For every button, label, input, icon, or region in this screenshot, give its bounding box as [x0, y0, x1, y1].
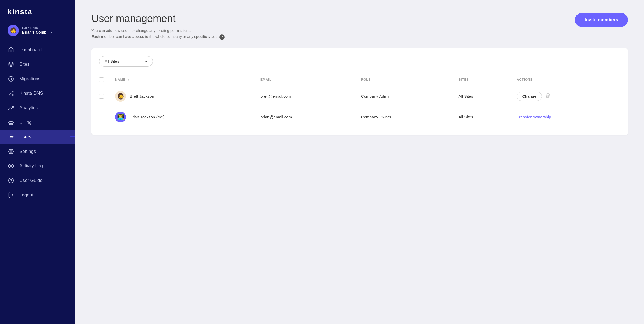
name-cell: 👨‍💻 Brian Jackson (me) [111, 107, 256, 127]
page-title: User management [91, 13, 225, 24]
sidebar: kinsta 🧑 Hello Brian Brian's Comp... ▾ D… [0, 0, 75, 324]
avatar: 🧔 [115, 91, 126, 102]
svg-point-6 [10, 135, 12, 137]
role-cell: Company Owner [357, 107, 454, 127]
migrations-icon [8, 75, 15, 82]
user-plus-icon [8, 133, 15, 140]
sidebar-item-sites[interactable]: Sites [0, 57, 75, 72]
settings-icon [8, 148, 15, 155]
actions-cell: Transfer ownership [512, 107, 620, 127]
user-greeting: Hello Brian [22, 26, 68, 30]
role-cell: Company Admin [357, 86, 454, 107]
user-profile[interactable]: 🧑 Hello Brian Brian's Comp... ▾ [0, 22, 75, 43]
eye-icon [8, 163, 15, 170]
sidebar-item-users[interactable]: Users [0, 130, 75, 144]
trending-up-icon [8, 104, 15, 111]
svg-marker-0 [9, 62, 13, 64]
email-cell: brett@email.com [256, 86, 357, 107]
log-out-icon [8, 192, 15, 199]
home-icon [8, 46, 15, 53]
chevron-down-icon: ▾ [145, 59, 147, 64]
row-checkbox-cell [99, 107, 111, 127]
all-sites-dropdown[interactable]: All Sites ▾ [99, 56, 153, 67]
table-row: 🧔 Brett Jackson brett@email.com Company … [99, 86, 620, 107]
sites-cell: All Sites [454, 86, 512, 107]
page-header: User management You can add new users or… [91, 13, 628, 40]
col-header-checkbox [99, 73, 111, 86]
row-checkbox-cell [99, 86, 111, 107]
sidebar-item-label: Users [19, 134, 31, 140]
sidebar-item-migrations[interactable]: Migrations [0, 72, 75, 86]
col-header-name: NAME ↑ [111, 73, 256, 86]
sidebar-item-kinsta-dns[interactable]: Kinsta DNS [0, 86, 75, 101]
delete-icon[interactable] [545, 93, 550, 100]
user-name: Brett Jackson [130, 94, 154, 98]
sidebar-item-label: User Guide [19, 178, 43, 183]
sidebar-item-analytics[interactable]: Analytics [0, 101, 75, 115]
sidebar-item-activity-log[interactable]: Activity Log [0, 159, 75, 173]
logo-area: kinsta [0, 0, 75, 22]
svg-point-11 [10, 165, 12, 167]
name-cell: 🧔 Brett Jackson [111, 86, 256, 107]
col-header-role: ROLE [357, 73, 454, 86]
sidebar-item-label: Kinsta DNS [19, 91, 43, 96]
avatar: 🧑 [8, 25, 19, 36]
chevron-down-icon: ▾ [51, 31, 52, 34]
col-header-actions: ACTIONS [512, 73, 620, 86]
row-checkbox[interactable] [99, 94, 104, 99]
email-cell: brian@email.com [256, 107, 357, 127]
sidebar-item-dashboard[interactable]: Dashboard [0, 43, 75, 57]
sidebar-item-settings[interactable]: Settings [0, 144, 75, 159]
invite-members-button[interactable]: Invite members [575, 13, 628, 27]
sites-dropdown-label: All Sites [105, 59, 119, 64]
users-table: NAME ↑ EMAIL ROLE SITES ACTIONS [99, 73, 620, 127]
sidebar-item-label: Activity Log [19, 163, 43, 169]
sidebar-nav: Dashboard Sites Migrations Kinsta DNS [0, 43, 75, 324]
kinsta-logo: kinsta [8, 8, 68, 16]
sidebar-item-logout[interactable]: Logout [0, 188, 75, 202]
sidebar-item-label: Migrations [19, 76, 40, 82]
table-row: 👨‍💻 Brian Jackson (me) brian@email.com C… [99, 107, 620, 127]
sidebar-item-label: Settings [19, 149, 36, 154]
billing-icon [8, 119, 15, 126]
col-header-email: EMAIL [256, 73, 357, 86]
sidebar-item-user-guide[interactable]: User Guide [0, 173, 75, 188]
sidebar-item-label: Dashboard [19, 47, 42, 52]
page-header-left: User management You can add new users or… [91, 13, 225, 40]
sidebar-item-billing[interactable]: Billing [0, 115, 75, 130]
select-all-checkbox[interactable] [99, 77, 104, 82]
user-company: Brian's Comp... ▾ [22, 30, 68, 34]
user-info: Hello Brian Brian's Comp... ▾ [22, 26, 68, 34]
users-table-card: All Sites ▾ NAME ↑ EMAIL [91, 48, 628, 135]
help-icon[interactable]: ? [219, 34, 225, 40]
sidebar-item-label: Billing [19, 120, 31, 125]
sites-cell: All Sites [454, 107, 512, 127]
sidebar-item-label: Analytics [19, 105, 38, 111]
change-role-button[interactable]: Change [517, 92, 542, 101]
svg-point-10 [10, 151, 12, 152]
shuffle-icon [8, 90, 15, 97]
arrow-indicator [67, 131, 75, 144]
filter-row: All Sites ▾ [99, 56, 620, 67]
help-circle-icon [8, 177, 15, 184]
col-header-sites: SITES [454, 73, 512, 86]
row-checkbox[interactable] [99, 115, 104, 119]
sort-icon: ↑ [128, 78, 129, 81]
page-description: You can add new users or change any exis… [91, 28, 225, 40]
sidebar-item-label: Sites [19, 62, 30, 67]
transfer-ownership-link[interactable]: Transfer ownership [517, 115, 551, 119]
sidebar-item-label: Logout [19, 192, 33, 198]
user-name: Brian Jackson (me) [130, 115, 164, 119]
layers-icon [8, 61, 15, 68]
main-content-area: User management You can add new users or… [75, 0, 644, 324]
actions-cell: Change [512, 86, 620, 107]
avatar: 👨‍💻 [115, 112, 126, 122]
